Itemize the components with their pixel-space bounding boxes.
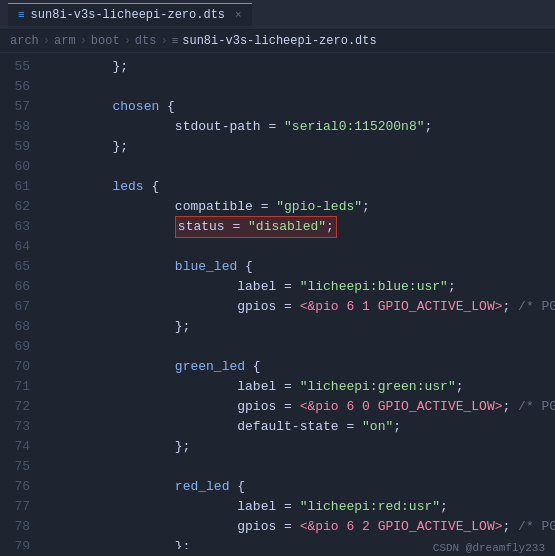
- tab[interactable]: ≡ sun8i-v3s-licheepi-zero.dts ×: [8, 3, 252, 26]
- ln-69: 69: [0, 337, 42, 357]
- breadcrumb-arm: arm: [54, 34, 76, 48]
- sep4: ›: [160, 34, 167, 48]
- breadcrumb-file: sun8i-v3s-licheepi-zero.dts: [182, 34, 376, 48]
- ln-72: 72: [0, 397, 42, 417]
- status-bar: CSDN @dreamfly233: [433, 540, 545, 556]
- title-bar: ≡ sun8i-v3s-licheepi-zero.dts ×: [0, 0, 555, 30]
- code-line-55: };: [50, 57, 555, 77]
- code-line-57: chosen {: [50, 97, 555, 117]
- breadcrumb-boot: boot: [91, 34, 120, 48]
- code-line-75: [50, 457, 555, 477]
- file-icon: ≡: [18, 9, 25, 21]
- ln-77: 77: [0, 497, 42, 517]
- ln-67: 67: [0, 297, 42, 317]
- code-line-71: label = "licheepi:green:usr";: [50, 377, 555, 397]
- breadcrumb: arch › arm › boot › dts › ≡ sun8i-v3s-li…: [0, 30, 555, 53]
- ln-66: 66: [0, 277, 42, 297]
- close-icon[interactable]: ×: [235, 9, 242, 21]
- ln-65: 65: [0, 257, 42, 277]
- code-line-56: [50, 77, 555, 97]
- ln-71: 71: [0, 377, 42, 397]
- editor: 55 56 57 58 59 60 61 62 63 64 65 66 67 6…: [0, 53, 555, 549]
- code-line-76: red_led {: [50, 477, 555, 497]
- ln-70: 70: [0, 357, 42, 377]
- sep1: ›: [43, 34, 50, 48]
- code-line-69: [50, 337, 555, 357]
- code-area[interactable]: }; chosen { stdout-path = "serial0:11520…: [42, 53, 555, 549]
- code-line-74: };: [50, 437, 555, 457]
- code-line-64: [50, 237, 555, 257]
- code-line-67: gpios = <&pio 6 1 GPIO_ACTIVE_LOW>; /* P…: [50, 297, 555, 317]
- code-line-78: gpios = <&pio 6 2 GPIO_ACTIVE_LOW>; /* P…: [50, 517, 555, 537]
- ln-61: 61: [0, 177, 42, 197]
- ln-55: 55: [0, 57, 42, 77]
- code-line-70: green_led {: [50, 357, 555, 377]
- code-line-58: stdout-path = "serial0:115200n8";: [50, 117, 555, 137]
- ln-57: 57: [0, 97, 42, 117]
- tab-label: sun8i-v3s-licheepi-zero.dts: [31, 8, 225, 22]
- code-line-68: };: [50, 317, 555, 337]
- breadcrumb-file-icon: ≡: [172, 35, 179, 47]
- ln-76: 76: [0, 477, 42, 497]
- ln-63: 63: [0, 217, 42, 237]
- code-line-62: compatible = "gpio-leds";: [50, 197, 555, 217]
- sep2: ›: [80, 34, 87, 48]
- line-numbers: 55 56 57 58 59 60 61 62 63 64 65 66 67 6…: [0, 53, 42, 549]
- ln-60: 60: [0, 157, 42, 177]
- ln-78: 78: [0, 517, 42, 537]
- ln-59: 59: [0, 137, 42, 157]
- ln-58: 58: [0, 117, 42, 137]
- code-line-77: label = "licheepi:red:usr";: [50, 497, 555, 517]
- code-line-60: [50, 157, 555, 177]
- ln-56: 56: [0, 77, 42, 97]
- code-line-63: status = "disabled";: [50, 217, 555, 237]
- ln-75: 75: [0, 457, 42, 477]
- sep3: ›: [124, 34, 131, 48]
- code-line-59: };: [50, 137, 555, 157]
- ln-79: 79: [0, 537, 42, 549]
- code-line-72: gpios = <&pio 6 0 GPIO_ACTIVE_LOW>; /* P…: [50, 397, 555, 417]
- status-text: CSDN @dreamfly233: [433, 542, 545, 554]
- ln-62: 62: [0, 197, 42, 217]
- code-line-65: blue_led {: [50, 257, 555, 277]
- code-line-66: label = "licheepi:blue:usr";: [50, 277, 555, 297]
- breadcrumb-arch: arch: [10, 34, 39, 48]
- ln-73: 73: [0, 417, 42, 437]
- ln-68: 68: [0, 317, 42, 337]
- ln-64: 64: [0, 237, 42, 257]
- code-line-73: default-state = "on";: [50, 417, 555, 437]
- breadcrumb-dts: dts: [135, 34, 157, 48]
- ln-74: 74: [0, 437, 42, 457]
- code-line-61: leds {: [50, 177, 555, 197]
